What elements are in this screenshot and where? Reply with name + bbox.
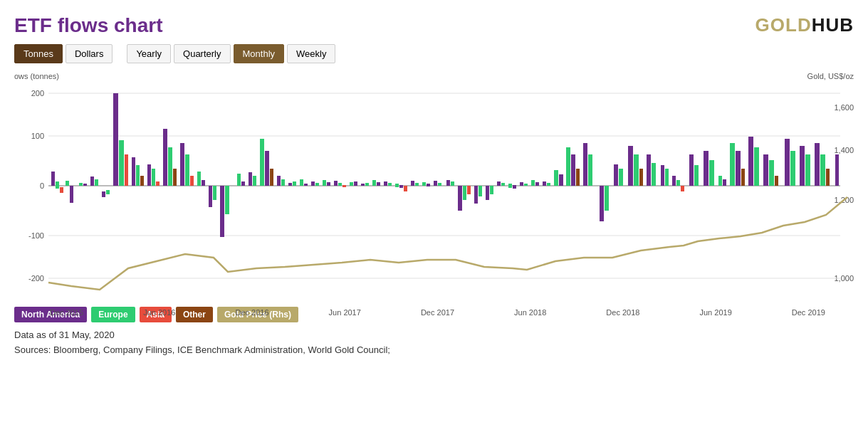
svg-rect-20 xyxy=(70,194,73,203)
svg-rect-44 xyxy=(209,186,212,207)
page-title: ETF flows chart xyxy=(14,14,162,37)
logo-hub: HUB xyxy=(812,14,854,36)
svg-rect-46 xyxy=(220,186,224,237)
svg-rect-52 xyxy=(260,139,264,186)
sources-text: Sources: Bloomberg, Company Filings, ICE… xyxy=(14,344,854,355)
svg-rect-129 xyxy=(718,176,722,186)
btn-monthly[interactable]: Monthly xyxy=(234,44,285,63)
svg-rect-141 xyxy=(800,146,805,186)
svg-rect-118 xyxy=(647,154,651,186)
svg-rect-86 xyxy=(451,181,454,186)
x-label-jun2016: Jun 2016 xyxy=(143,308,175,317)
svg-rect-75 xyxy=(388,183,392,186)
btn-quarterly[interactable]: Quarterly xyxy=(174,44,230,63)
right-axis-label: Gold, US$/oz xyxy=(807,72,854,80)
svg-rect-99 xyxy=(524,184,528,186)
svg-rect-89 xyxy=(467,186,471,194)
svg-text:-100: -100 xyxy=(28,231,44,240)
svg-rect-76 xyxy=(395,184,399,187)
svg-rect-90 xyxy=(474,186,478,204)
svg-rect-85 xyxy=(446,180,450,186)
svg-rect-18 xyxy=(66,181,69,186)
svg-rect-116 xyxy=(634,154,639,186)
svg-rect-43 xyxy=(202,180,205,186)
svg-rect-49 xyxy=(241,181,245,186)
x-axis-labels: Dec 2015 Jun 2016 Dec 2016 Jun 2017 Dec … xyxy=(14,308,854,317)
svg-rect-38 xyxy=(173,169,177,186)
svg-rect-146 xyxy=(835,154,839,186)
svg-rect-78 xyxy=(404,186,407,191)
left-axis-label: ows (tonnes) xyxy=(14,72,59,80)
svg-rect-136 xyxy=(763,154,768,186)
svg-rect-113 xyxy=(614,164,618,186)
svg-rect-106 xyxy=(566,147,570,186)
svg-rect-134 xyxy=(748,137,753,186)
svg-rect-108 xyxy=(576,169,580,186)
svg-rect-84 xyxy=(438,183,441,186)
svg-rect-100 xyxy=(531,180,535,186)
svg-rect-98 xyxy=(520,182,523,186)
svg-rect-83 xyxy=(434,181,437,186)
svg-rect-114 xyxy=(619,169,623,186)
svg-rect-77 xyxy=(399,185,403,188)
svg-rect-67 xyxy=(343,185,346,187)
main-chart: 200 100 0 -100 -200 1,600 1,400 1,200 1,… xyxy=(14,83,854,302)
svg-rect-56 xyxy=(281,179,285,186)
x-label-dec2017: Dec 2017 xyxy=(421,308,454,317)
svg-rect-104 xyxy=(554,170,558,186)
x-label-dec2016: Dec 2016 xyxy=(235,308,268,317)
svg-rect-82 xyxy=(427,184,430,186)
svg-rect-55 xyxy=(277,176,281,186)
x-label-jun2018: Jun 2018 xyxy=(514,308,546,317)
svg-rect-63 xyxy=(323,180,326,186)
svg-rect-91 xyxy=(479,186,482,196)
svg-rect-58 xyxy=(293,181,296,186)
svg-rect-24 xyxy=(95,179,98,186)
svg-rect-128 xyxy=(709,160,714,186)
logo: GOLDHUB xyxy=(755,14,854,36)
svg-rect-144 xyxy=(820,154,825,186)
x-label-dec2019: Dec 2019 xyxy=(792,308,825,317)
svg-text:100: 100 xyxy=(31,132,44,140)
svg-rect-130 xyxy=(723,179,726,186)
svg-rect-31 xyxy=(136,165,140,186)
svg-rect-60 xyxy=(304,184,308,186)
svg-rect-37 xyxy=(168,147,172,186)
svg-rect-140 xyxy=(790,151,795,186)
x-label-jun2019: Jun 2019 xyxy=(700,308,732,317)
svg-rect-119 xyxy=(652,163,656,186)
svg-rect-15 xyxy=(51,172,55,186)
svg-rect-92 xyxy=(486,186,489,200)
svg-rect-126 xyxy=(694,165,699,186)
btn-tonnes[interactable]: Tonnes xyxy=(14,44,63,63)
svg-rect-109 xyxy=(583,143,587,186)
svg-rect-120 xyxy=(661,165,664,186)
btn-dollars[interactable]: Dollars xyxy=(66,44,113,63)
svg-rect-117 xyxy=(639,169,643,186)
svg-rect-65 xyxy=(334,181,338,186)
svg-rect-53 xyxy=(265,151,269,186)
svg-rect-80 xyxy=(415,183,419,186)
svg-rect-132 xyxy=(736,151,741,186)
svg-rect-35 xyxy=(156,181,160,186)
svg-rect-124 xyxy=(681,186,684,191)
svg-rect-102 xyxy=(543,181,546,186)
svg-rect-54 xyxy=(270,169,273,186)
svg-rect-115 xyxy=(628,146,633,186)
btn-weekly[interactable]: Weekly xyxy=(287,44,335,63)
svg-rect-111 xyxy=(600,186,604,221)
svg-rect-112 xyxy=(605,186,609,211)
svg-rect-36 xyxy=(163,129,167,186)
svg-rect-16 xyxy=(56,181,59,189)
svg-rect-93 xyxy=(490,186,493,194)
svg-rect-17 xyxy=(60,187,63,193)
btn-yearly[interactable]: Yearly xyxy=(127,44,171,63)
svg-rect-137 xyxy=(769,160,774,186)
svg-rect-73 xyxy=(377,182,380,186)
chart-container: ows (tonnes) Gold, US$/oz 200 100 0 -100… xyxy=(14,72,854,300)
svg-rect-30 xyxy=(132,157,135,186)
svg-rect-64 xyxy=(327,182,330,186)
data-note: Data as of 31 May, 2020 xyxy=(14,330,854,340)
svg-rect-94 xyxy=(497,181,501,186)
svg-rect-107 xyxy=(571,154,575,186)
